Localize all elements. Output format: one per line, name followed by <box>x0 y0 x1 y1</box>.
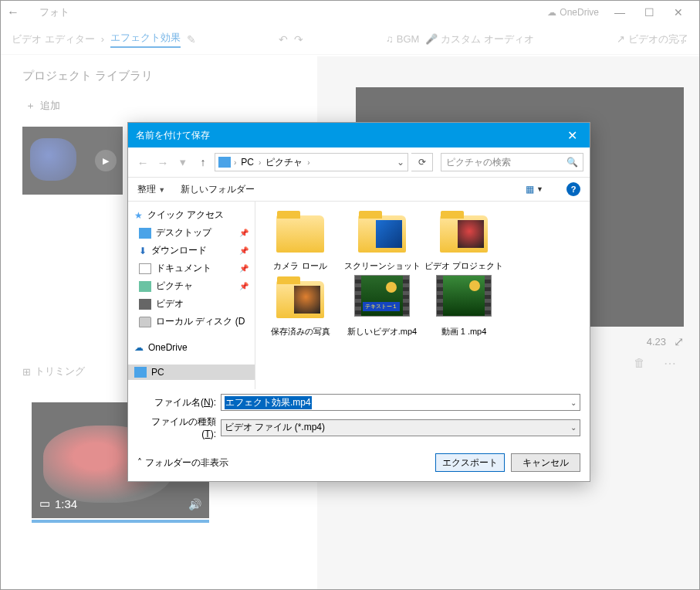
trim-button[interactable]: ⊞トリミング <box>22 365 85 378</box>
redo-icon[interactable]: ↷ <box>294 33 303 46</box>
tab-effects[interactable]: エフェクト効果 <box>110 31 181 48</box>
folder-screenshots[interactable]: スクリーンショット <box>342 209 422 272</box>
more-icon[interactable]: ⋯ <box>677 35 687 46</box>
organize-button[interactable]: 整理 ▼ <box>137 183 165 196</box>
nav-forward-icon[interactable]: → <box>154 156 171 169</box>
play-icon[interactable]: ▶ <box>95 150 117 171</box>
cloud-icon: ☁ <box>134 342 144 353</box>
address-bar[interactable]: › PC › ピクチャ › ⌄ <box>215 153 408 171</box>
duration-icon: ▭ <box>39 497 50 510</box>
refresh-button[interactable]: ⟳ <box>411 153 433 171</box>
tree-videos[interactable]: ビデオ <box>128 295 255 313</box>
search-icon[interactable]: 🔍 <box>566 157 578 168</box>
chevron-up-icon: ˄ <box>137 457 142 468</box>
titlebar: ← フォト ☁ OneDrive — ☐ ✕ <box>1 1 699 24</box>
share-icon: ↗ <box>617 33 625 45</box>
cancel-button[interactable]: キャンセル <box>511 453 580 472</box>
filetype-label: ファイルの種類(T): <box>137 415 216 439</box>
volume-icon[interactable]: 🔊 <box>188 498 201 510</box>
maximize-button[interactable]: ☐ <box>634 2 664 23</box>
dialog-close-button[interactable]: ✕ <box>562 128 582 143</box>
thumbnail-image <box>30 138 76 181</box>
preview-time: 4.23 <box>647 336 666 348</box>
address-dropdown-icon[interactable]: ⌄ <box>397 157 404 168</box>
tree-documents[interactable]: ドキュメント📌 <box>128 259 255 277</box>
close-button[interactable]: ✕ <box>664 2 693 23</box>
expand-icon[interactable]: ⤢ <box>674 334 684 349</box>
dialog-title: 名前を付けて保存 <box>136 129 210 142</box>
pc-icon <box>218 157 231 168</box>
back-button[interactable]: ← <box>7 5 30 19</box>
onedrive-status[interactable]: ☁ OneDrive <box>547 7 599 18</box>
clip-duration: ▭1:34 <box>39 497 77 510</box>
folder-video-project[interactable]: ビデオ プロジェクト <box>424 209 504 272</box>
file-video-1[interactable]: 動画 1 .mp4 <box>424 275 504 337</box>
edit-icon[interactable]: ✎ <box>187 33 196 46</box>
document-icon <box>139 263 151 274</box>
filename-label: ファイル名(N): <box>137 396 216 409</box>
breadcrumb-pictures[interactable]: ピクチャ <box>264 156 304 169</box>
mic-icon: 🎤 <box>425 33 438 45</box>
tree-pictures[interactable]: ピクチャ📌 <box>128 277 255 295</box>
view-button[interactable]: ▦ ▼ <box>526 184 543 195</box>
nav-back-icon[interactable]: ← <box>134 156 151 169</box>
download-icon: ⬇ <box>139 246 147 256</box>
dialog-toolbar: 整理 ▼ 新しいフォルダー ▦ ▼ ? <box>128 177 590 202</box>
search-box[interactable]: ピクチャの検索 🔍 <box>441 153 583 171</box>
export-button[interactable]: エクスポート <box>435 453 505 472</box>
nav-up-icon[interactable]: ↑ <box>194 156 211 168</box>
folder-saved-pictures[interactable]: 保存済みの写真 <box>260 275 340 337</box>
dialog-body: ★クイック アクセス デスクトップ📌 ⬇ダウンロード📌 ドキュメント📌 ピクチャ… <box>128 202 590 389</box>
folder-preview <box>376 220 402 248</box>
tree-downloads[interactable]: ⬇ダウンロード📌 <box>128 242 255 259</box>
trim-icon: ⊞ <box>22 366 31 378</box>
timeline-more-icon[interactable]: ⋯ <box>664 356 676 371</box>
new-folder-button[interactable]: 新しいフォルダー <box>181 183 255 196</box>
save-dialog: 名前を付けて保存 ✕ ← → ▾ ↑ › PC › ピクチャ › ⌄ ⟳ ピクチ… <box>127 122 590 482</box>
add-button[interactable]: ＋追加 <box>25 99 296 113</box>
dialog-titlebar: 名前を付けて保存 ✕ <box>128 123 590 148</box>
filetype-select[interactable]: ビデオ ファイル (*.mp4)⌄ <box>221 419 580 436</box>
custom-audio-button[interactable]: 🎤カスタム オーディオ <box>425 32 534 46</box>
folder-icon <box>276 215 324 253</box>
folder-preview <box>294 286 320 314</box>
pictures-icon <box>139 281 151 292</box>
tree-quick-access[interactable]: ★クイック アクセス <box>128 206 255 224</box>
file-list: カメラ ロール スクリーンショット ビデオ プロジェクト 保存済みの写真 テキス… <box>255 202 590 389</box>
video-file-icon <box>436 275 492 317</box>
library-thumbnail[interactable]: ▶ <box>22 127 123 195</box>
file-new-video[interactable]: テキストー１ 新しいビデオ.mp4 <box>342 275 422 337</box>
music-icon: ♫ <box>386 33 394 45</box>
tree-local-disk[interactable]: ローカル ディスク (D <box>128 313 255 331</box>
cloud-icon: ☁ <box>547 7 556 18</box>
help-icon[interactable]: ? <box>566 182 580 196</box>
desktop-icon <box>139 228 151 239</box>
hide-folders-button[interactable]: ˄フォルダーの非表示 <box>137 456 228 470</box>
tree-pc[interactable]: PC <box>128 365 255 380</box>
folder-preview <box>458 220 484 248</box>
bgm-button[interactable]: ♫BGM <box>386 33 419 45</box>
app-toolbar: ビデオ エディター › エフェクト効果 ✎ ↶ ↷ ♫BGM 🎤カスタム オーデ… <box>1 24 699 55</box>
tab-video-editor[interactable]: ビデオ エディター <box>12 32 95 46</box>
nav-tree: ★クイック アクセス デスクトップ📌 ⬇ダウンロード📌 ドキュメント📌 ピクチャ… <box>128 202 255 389</box>
folder-camera-roll[interactable]: カメラ ロール <box>260 209 340 272</box>
tree-desktop[interactable]: デスクトップ📌 <box>128 224 255 242</box>
pin-icon: 📌 <box>239 246 249 255</box>
window-title: フォト <box>30 5 547 19</box>
chevron-down-icon[interactable]: ⌄ <box>570 398 577 407</box>
pin-icon: 📌 <box>239 229 249 237</box>
breadcrumb-pc[interactable]: PC <box>239 157 255 168</box>
minimize-button[interactable]: — <box>605 2 634 23</box>
star-icon: ★ <box>134 210 143 221</box>
chevron-down-icon: ⌄ <box>570 423 577 432</box>
library-title: プロジェクト ライブラリ <box>22 69 296 83</box>
disk-icon <box>139 317 151 327</box>
tree-onedrive[interactable]: ☁OneDrive <box>128 340 255 355</box>
nav-recent-icon[interactable]: ▾ <box>174 155 191 169</box>
delete-icon[interactable]: 🗑 <box>634 356 645 369</box>
pc-icon <box>134 367 147 378</box>
filename-input[interactable]: エフェクト効果.mp4⌄ <box>221 394 580 411</box>
undo-icon[interactable]: ↶ <box>279 33 288 46</box>
videos-icon <box>139 299 151 310</box>
pin-icon: 📌 <box>239 264 249 273</box>
